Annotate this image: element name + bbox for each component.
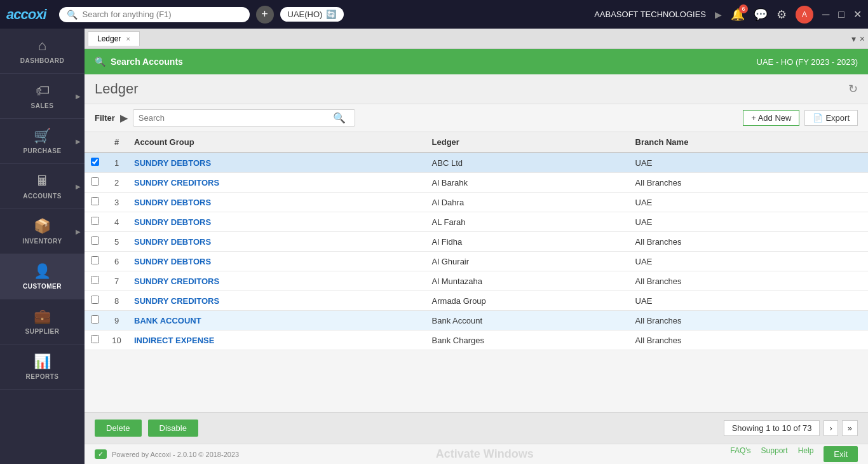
pager-info: Showing 1 to 10 of 73 xyxy=(724,420,820,436)
row-branch: UAE xyxy=(629,193,830,212)
faqs-link[interactable]: FAQ's xyxy=(730,446,750,462)
table-search-icon[interactable]: 🔍 xyxy=(333,112,346,124)
row-number: 5 xyxy=(105,232,128,252)
row-checkbox-cell xyxy=(85,252,105,271)
row-ledger: Bank Charges xyxy=(426,331,629,350)
disable-button[interactable]: Disable xyxy=(148,420,198,437)
dropdown-arrow-icon[interactable]: ▶ xyxy=(715,10,722,20)
row-number: 9 xyxy=(105,311,128,331)
close-button[interactable]: ✕ xyxy=(853,8,862,20)
row-checkbox[interactable] xyxy=(91,315,99,324)
row-checkbox[interactable] xyxy=(91,217,99,225)
global-search-bar[interactable]: 🔍 xyxy=(59,7,250,22)
row-ledger: Al Muntazaha xyxy=(426,271,629,291)
notifications-icon[interactable]: 🔔 6 xyxy=(731,8,745,22)
row-checkbox[interactable] xyxy=(91,236,99,245)
row-number: 8 xyxy=(105,291,128,311)
sidebar-item-label: ACCOUNTS xyxy=(23,193,62,200)
row-account-group: SUNDRY CREDITORS xyxy=(128,291,426,311)
sidebar-item-label: DASHBOARD xyxy=(20,57,65,64)
sidebar-item-inventory[interactable]: 📦 INVENTORY ▶ xyxy=(0,209,85,254)
sidebar-item-sales[interactable]: 🏷 SALES ▶ xyxy=(0,74,85,119)
tab-close-icon[interactable]: × xyxy=(126,35,130,43)
row-account-group: SUNDRY DEBTORS xyxy=(128,153,426,173)
table-row[interactable]: 3 SUNDRY DEBTORS Al Dahra UAE xyxy=(85,193,868,212)
maximize-button[interactable]: □ xyxy=(838,9,844,20)
row-account-group: SUNDRY DEBTORS xyxy=(128,252,426,271)
table-search-input[interactable] xyxy=(139,113,329,123)
table-row[interactable]: 9 BANK ACCOUNT Bank Account All Branches xyxy=(85,311,868,331)
row-checkbox[interactable] xyxy=(91,276,99,284)
row-checkbox-cell xyxy=(85,271,105,291)
row-number: 2 xyxy=(105,173,128,193)
tab-close-all-icon[interactable]: × xyxy=(860,34,865,44)
exit-button[interactable]: Exit xyxy=(824,446,858,462)
row-checkbox[interactable] xyxy=(91,256,99,264)
row-number: 6 xyxy=(105,252,128,271)
sidebar-item-label: SALES xyxy=(31,102,54,109)
table-row[interactable]: 6 SUNDRY DEBTORS Al Ghurair UAE xyxy=(85,252,868,271)
row-checkbox-cell xyxy=(85,311,105,331)
sidebar-item-purchase[interactable]: 🛒 PURCHASE ▶ xyxy=(0,119,85,164)
search-accounts-label[interactable]: Search Accounts xyxy=(111,57,183,67)
tab-controls: ▾ × xyxy=(851,34,865,44)
row-checkbox-cell xyxy=(85,331,105,350)
add-new-button[interactable]: + Add New xyxy=(743,110,799,126)
row-action-cell xyxy=(829,271,868,291)
row-checkbox[interactable] xyxy=(91,335,99,343)
refresh-company-icon[interactable]: 🔄 xyxy=(326,10,336,19)
export-label: Export xyxy=(825,113,850,123)
row-checkbox[interactable] xyxy=(91,197,99,205)
sidebar-item-customer[interactable]: 👤 CUSTOMER xyxy=(0,254,85,299)
bottom-right: Showing 1 to 10 of 73 › » xyxy=(724,420,858,436)
add-button[interactable]: + xyxy=(256,6,274,24)
table-row[interactable]: 7 SUNDRY CREDITORS Al Muntazaha All Bran… xyxy=(85,271,868,291)
settings-icon[interactable]: ⚙ xyxy=(776,8,787,22)
row-checkbox[interactable] xyxy=(91,158,99,166)
sidebar: ⌂ DASHBOARD 🏷 SALES ▶ 🛒 PURCHASE ▶ 🖩 ACC… xyxy=(0,29,85,464)
bottom-left: Delete Disable xyxy=(95,420,198,437)
export-button[interactable]: 📄 Export xyxy=(804,110,858,126)
tab-ledger[interactable]: Ledger × xyxy=(88,31,140,46)
row-checkbox[interactable] xyxy=(91,296,99,304)
delete-button[interactable]: Delete xyxy=(95,420,142,437)
table-row[interactable]: 5 SUNDRY DEBTORS Al Fidha All Branches xyxy=(85,232,868,252)
col-ledger: Ledger xyxy=(426,132,629,153)
sidebar-item-supplier[interactable]: 💼 SUPPLIER xyxy=(0,299,85,345)
refresh-button[interactable]: ↻ xyxy=(848,82,858,96)
row-branch: All Branches xyxy=(629,311,830,331)
row-number: 1 xyxy=(105,153,128,173)
minimize-button[interactable]: ─ xyxy=(822,9,829,20)
table-row[interactable]: 1 SUNDRY DEBTORS ABC Ltd UAE xyxy=(85,153,868,173)
sidebar-item-reports[interactable]: 📊 REPORTS xyxy=(0,345,85,390)
company-selector[interactable]: UAE(HO) 🔄 xyxy=(280,7,344,22)
messages-icon[interactable]: 💬 xyxy=(754,8,768,22)
filter-arrow-icon[interactable]: ▶ xyxy=(120,112,128,124)
row-checkbox[interactable] xyxy=(91,177,99,186)
table-row[interactable]: 10 INDIRECT EXPENSE Bank Charges All Bra… xyxy=(85,331,868,350)
footer-left: ✓ Powered by Accoxi - 2.0.10 © 2018-2023 xyxy=(95,449,239,459)
table-row[interactable]: 8 SUNDRY CREDITORS Armada Group UAE xyxy=(85,291,868,311)
col-account-group: Account Group xyxy=(128,132,426,153)
chevron-right-icon: ▶ xyxy=(76,228,81,235)
table-row[interactable]: 2 SUNDRY CREDITORS Al Barahk All Branche… xyxy=(85,173,868,193)
toolbar: Filter ▶ 🔍 + Add New 📄 Export xyxy=(85,104,868,132)
global-search-input[interactable] xyxy=(83,10,229,19)
help-link[interactable]: Help xyxy=(798,446,814,462)
row-ledger: Al Ghurair xyxy=(426,252,629,271)
supplier-icon: 💼 xyxy=(34,308,51,325)
table-row[interactable]: 4 SUNDRY DEBTORS AL Farah UAE xyxy=(85,212,868,232)
support-link[interactable]: Support xyxy=(761,446,788,462)
pager-next-button[interactable]: › xyxy=(824,420,837,436)
row-account-group: SUNDRY DEBTORS xyxy=(128,193,426,212)
row-number: 10 xyxy=(105,331,128,350)
avatar[interactable]: A xyxy=(796,6,813,24)
reports-icon: 📊 xyxy=(34,353,51,370)
bottom-bar: Delete Disable Showing 1 to 10 of 73 › » xyxy=(85,412,868,444)
sidebar-item-dashboard[interactable]: ⌂ DASHBOARD xyxy=(0,29,85,74)
row-ledger: Bank Account xyxy=(426,311,629,331)
tab-chevron-icon[interactable]: ▾ xyxy=(851,34,856,44)
row-checkbox-cell xyxy=(85,232,105,252)
sidebar-item-accounts[interactable]: 🖩 ACCOUNTS ▶ xyxy=(0,164,85,209)
pager-last-button[interactable]: » xyxy=(842,420,858,436)
